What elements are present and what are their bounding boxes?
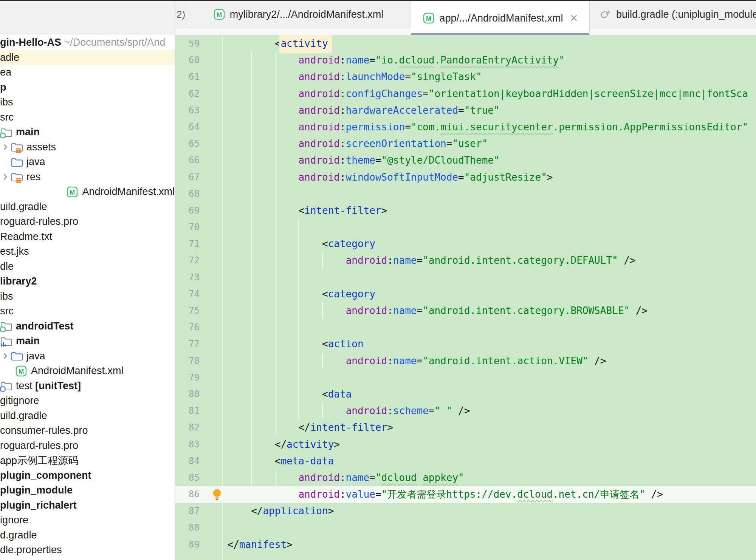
tree-item[interactable]: roguard-rules.pro: [0, 438, 175, 453]
tree-item[interactable]: dle.properties: [0, 543, 175, 558]
line-number: 66: [175, 152, 200, 169]
tree-item[interactable]: test [unitTest]: [0, 379, 175, 394]
tab-app-manifest[interactable]: M app/.../AndroidManifest.xml ×: [411, 1, 590, 35]
close-tab-icon[interactable]: ×: [570, 12, 578, 24]
code-line-text: <meta-data: [275, 453, 334, 469]
project-panel: gin-Hello-AS ~/Documents/sprt/Andadleeap…: [0, 1, 175, 560]
tree-item[interactable]: MAndroidManifest.xml: [0, 184, 175, 200]
line-number: 86: [175, 486, 200, 503]
code-line[interactable]: 68: [175, 186, 756, 202]
tree-item[interactable]: java: [0, 155, 175, 170]
tree-item[interactable]: ibs: [0, 289, 175, 304]
code-line[interactable]: 62android:configChanges="orientation|key…: [175, 85, 756, 102]
tree-item[interactable]: gin-Hello-AS ~/Documents/sprt/And: [0, 35, 175, 50]
code-line[interactable]: 60android:name="io.dcloud.PandoraEntryAc…: [175, 52, 756, 68]
intention-bulb-icon[interactable]: [210, 487, 224, 501]
code-line[interactable]: 66android:theme="@style/DCloudTheme": [175, 152, 756, 169]
tree-item-label: uild.gradle: [0, 201, 47, 213]
tree-item-label: app示例工程源码: [0, 454, 78, 467]
code-line[interactable]: 82</intent-filter>: [175, 419, 756, 436]
code-line[interactable]: 72android:name="android.intent.category.…: [175, 252, 756, 269]
tree-item[interactable]: roguard-rules.pro: [0, 214, 175, 229]
code-line[interactable]: 87</application>: [175, 503, 756, 519]
line-number: 84: [175, 453, 200, 469]
tree-item-label: main: [16, 335, 40, 347]
code-line[interactable]: 73: [175, 269, 756, 286]
code-line-text: android:name="android.intent.category.DE…: [346, 252, 636, 269]
tree-item[interactable]: Readme.txt: [0, 229, 175, 244]
tree-item[interactable]: androidTest: [0, 319, 175, 334]
code-line[interactable]: 76: [175, 319, 756, 336]
tree-item[interactable]: library2: [0, 274, 175, 289]
tree-item[interactable]: plugin_component: [0, 468, 175, 483]
tree-item[interactable]: main: [0, 334, 175, 349]
tree-item[interactable]: d.gradle: [0, 528, 175, 543]
tree-item[interactable]: est.jks: [0, 244, 175, 259]
tree-item[interactable]: uild.gradle: [0, 200, 175, 215]
code-line[interactable]: 85android:name="dcloud_appkey": [175, 469, 756, 486]
code-line[interactable]: 64android:permission="com.miui.securityc…: [175, 119, 756, 135]
code-line[interactable]: 79: [175, 369, 756, 386]
line-number: 81: [175, 402, 200, 419]
code-line[interactable]: 75android:name="android.intent.category.…: [175, 302, 756, 319]
tree-item[interactable]: res: [0, 170, 175, 185]
code-line[interactable]: 63android:hardwareAccelerated="true": [175, 102, 756, 119]
code-line[interactable]: 69<intent-filter>: [175, 202, 756, 219]
code-line[interactable]: 74<category: [175, 286, 756, 302]
tree-item[interactable]: app示例工程源码: [0, 453, 175, 468]
code-line[interactable]: 71<category: [175, 235, 756, 252]
svg-text:M: M: [19, 368, 24, 375]
tree-item-label: gitignore: [0, 395, 39, 407]
tree-item[interactable]: java: [0, 349, 175, 364]
folder-sources-green-icon: [0, 126, 12, 138]
code-line[interactable]: 77<action: [175, 336, 756, 352]
tree-item[interactable]: src: [0, 304, 175, 319]
chevron-right-icon[interactable]: [0, 142, 11, 152]
tab-mylibrary2-manifest[interactable]: M mylibrary2/.../AndroidManifest.xml: [186, 1, 411, 28]
line-number: 61: [175, 68, 200, 85]
tree-item[interactable]: gitignore: [0, 393, 175, 408]
code-line[interactable]: 59<activity: [175, 35, 756, 52]
code-line[interactable]: 61android:launchMode="singleTask": [175, 68, 756, 85]
code-line[interactable]: 88: [175, 519, 756, 536]
tree-item[interactable]: src: [0, 110, 175, 125]
code-line[interactable]: 67android:windowSoftInputMode="adjustRes…: [175, 169, 756, 186]
code-line[interactable]: 78android:name="android.intent.action.VI…: [175, 353, 756, 369]
code-line[interactable]: 65android:screenOrientation="user": [175, 135, 756, 152]
svg-text:M: M: [217, 11, 222, 19]
tab-build-gradle[interactable]: build.gradle (:uniplugin_module: [590, 1, 756, 28]
tree-item-label: plugin_richalert: [0, 500, 77, 511]
tree-item-label: AndroidManifest.xml: [82, 186, 175, 198]
tree-item[interactable]: uild.gradle: [0, 408, 175, 424]
tree-item[interactable]: adle: [0, 50, 175, 65]
tree-item[interactable]: ignore: [0, 513, 175, 528]
tree-item[interactable]: ea: [0, 65, 175, 80]
chevron-right-icon[interactable]: [0, 351, 11, 361]
tree-item[interactable]: consumer-rules.pro: [0, 423, 175, 438]
code-line[interactable]: 70: [175, 219, 756, 235]
code-line[interactable]: 84<meta-data: [175, 453, 756, 469]
tree-item[interactable]: dle: [0, 259, 175, 274]
line-number: 74: [175, 286, 200, 302]
code-line[interactable]: 81android:scheme=" " />: [175, 402, 756, 419]
tree-item[interactable]: p: [0, 80, 175, 95]
code-line[interactable]: 89</manifest>: [175, 536, 756, 553]
tree-item[interactable]: MAndroidManifest.xml: [0, 364, 175, 379]
tab-overflow-fragment[interactable]: 2): [175, 1, 186, 28]
tree-item[interactable]: main: [0, 125, 175, 140]
tree-item[interactable]: plugin_module: [0, 483, 175, 498]
tree-item[interactable]: plugin_richalert: [0, 498, 175, 513]
line-number: 78: [175, 353, 200, 369]
tree-item-label: roguard-rules.pro: [0, 216, 78, 227]
tree-item-label: roguard-rules.pro: [0, 440, 78, 452]
code-line[interactable]: 86android:value="开发者需登录https://dev.dclou…: [175, 486, 756, 503]
panel-splitter[interactable]: [175, 1, 175, 560]
chevron-right-icon[interactable]: [0, 172, 11, 182]
tree-item-label: AndroidManifest.xml: [31, 365, 124, 377]
code-line[interactable]: 83</activity>: [175, 436, 756, 453]
tree-item[interactable]: assets: [0, 140, 175, 155]
tree-item[interactable]: ibs: [0, 95, 175, 110]
code-editor[interactable]: 59<activity60android:name="io.dcloud.Pan…: [175, 35, 756, 560]
code-line-text: </manifest>: [228, 536, 293, 553]
code-line[interactable]: 80<data: [175, 386, 756, 402]
